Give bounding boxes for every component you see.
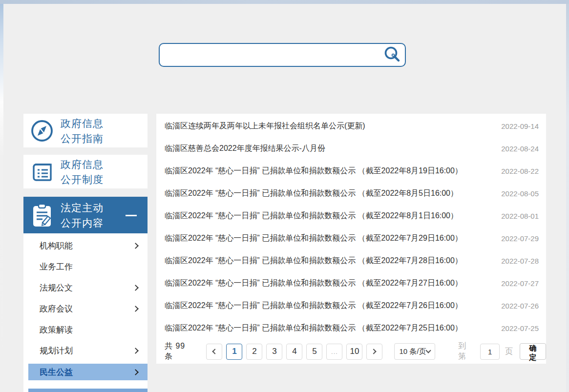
pagination-bar: 共 99 条 1 2 3 4 5 ... 10 10 条/页 到第 页 确定: [156, 339, 546, 364]
table-row: 临淄区连续两年及两年以上未年报社会组织名单公示(更新) 2022-09-14: [156, 115, 546, 137]
page-button-1[interactable]: 1: [226, 344, 242, 360]
sidebar-submenu: 机构职能 业务工作 法规公文 政府会议 政策解读 规划计划 民生公益 社会救助: [23, 233, 148, 392]
announcement-title[interactable]: 临淄区2022年 “慈心一日捐” 已捐款单位和捐款数额公示 （截至2022年7月…: [165, 323, 463, 333]
announcement-title[interactable]: 临淄区2022年 “慈心一日捐” 已捐款单位和捐款数额公示 （截至2022年7月…: [165, 256, 463, 266]
table-row: 临淄区2022年 “慈心一日捐” 已捐款单位和捐款数额公示 （截至2022年7月…: [156, 317, 546, 339]
announcement-title[interactable]: 临淄区2022年 “慈心一日捐” 已捐款单位和捐款数额公示 （截至2022年8月…: [165, 166, 463, 176]
announcement-title[interactable]: 临淄区2022年 “慈心一日捐” 已捐款单位和捐款数额公示 （截至2022年8月…: [165, 188, 458, 199]
page-button-3[interactable]: 3: [266, 344, 282, 360]
sidebar-group-statutory-disclosure[interactable]: 法定主动 公开内容: [23, 197, 148, 233]
sidebar-item-label: 政府会议: [40, 303, 73, 314]
sidebar-item-meetings[interactable]: 政府会议: [23, 298, 148, 319]
page-button-5[interactable]: 5: [306, 344, 322, 360]
table-row: 临淄区2022年 “慈心一日捐” 已捐款单位和捐款数额公示 （截至2022年8月…: [156, 160, 546, 182]
announcement-date: 2022-08-01: [501, 212, 539, 220]
sidebar-group-open-system[interactable]: 政府信息 公开制度: [23, 155, 148, 188]
announcement-date: 2022-09-14: [501, 122, 539, 130]
sidebar-item-public-welfare[interactable]: 民生公益: [28, 364, 148, 380]
page-button-10[interactable]: 10: [346, 344, 362, 360]
total-count-label: 共 99 条: [165, 341, 196, 362]
next-item-highlight-strip: [28, 389, 148, 392]
page-size-label: 10 条/页: [399, 347, 426, 356]
announcement-date: 2022-07-25: [501, 324, 539, 332]
announcement-date: 2022-07-28: [501, 257, 539, 265]
announcement-title[interactable]: 临淄区连续两年及两年以上未年报社会组织名单公示(更新): [165, 121, 365, 131]
table-row: 临淄区2022年 “慈心一日捐” 已捐款单位和捐款数额公示 （截至2022年7月…: [156, 249, 546, 272]
next-page-button[interactable]: [366, 344, 382, 360]
sidebar-item-label: 规划计划: [40, 345, 73, 356]
chevron-right-icon: [132, 285, 139, 291]
announcement-title[interactable]: 临淄区2022年 “慈心一日捐” 已捐款单位和捐款数额公示 （截至2022年7月…: [165, 301, 463, 311]
page-button-2[interactable]: 2: [246, 344, 262, 360]
sidebar-item-institution[interactable]: 机构职能: [23, 235, 148, 256]
announcement-title[interactable]: 临淄区慈善总会2022年度年报结果公示-八月份: [165, 144, 325, 154]
announcement-date: 2022-08-22: [501, 167, 539, 175]
table-row: 临淄区2022年 “慈心一日捐” 已捐款单位和捐款数额公示 （截至2022年8月…: [156, 205, 546, 227]
announcement-title[interactable]: 临淄区2022年 “慈心一日捐” 已捐款单位和捐款数额公示 （截至2022年7月…: [165, 233, 463, 244]
clipboard-pencil-icon: [23, 203, 61, 228]
prev-page-button[interactable]: [206, 344, 222, 360]
table-row: 临淄区2022年 “慈心一日捐” 已捐款单位和捐款数额公示 （截至2022年7月…: [156, 294, 546, 317]
table-row: 临淄区2022年 “慈心一日捐” 已捐款单位和捐款数额公示 （截至2022年7月…: [156, 227, 546, 249]
chevron-right-icon: [132, 243, 139, 249]
goto-page-input[interactable]: [480, 344, 500, 360]
chevron-left-icon: [212, 349, 218, 354]
page-size-select[interactable]: 10 条/页: [394, 343, 435, 360]
sidebar-item-label: 政策解读: [40, 324, 73, 335]
table-row: 临淄区2022年 “慈心一日捐” 已捐款单位和捐款数额公示 （截至2022年8月…: [156, 182, 546, 205]
sidebar-item-label: 业务工作: [40, 261, 73, 272]
chevron-right-icon: [132, 306, 139, 312]
compass-icon: [23, 118, 61, 144]
chevron-right-icon: [371, 349, 377, 354]
sidebar-group-open-guide[interactable]: 政府信息 公开指南: [23, 114, 148, 147]
table-row: 临淄区慈善总会2022年度年报结果公示-八月份 2022-08-24: [156, 137, 546, 160]
search-bar: [159, 43, 406, 67]
announcement-panel: 临淄区连续两年及两年以上未年报社会组织名单公示(更新) 2022-09-14 临…: [156, 114, 546, 364]
announcement-date: 2022-08-24: [501, 144, 539, 153]
sidebar-item-business[interactable]: 业务工作: [23, 256, 148, 277]
notebook-icon: [23, 159, 61, 185]
sidebar-group-label: 政府信息 公开指南: [61, 116, 104, 146]
page-button-4[interactable]: 4: [286, 344, 302, 360]
announcement-date: 2022-07-26: [501, 302, 539, 310]
confirm-button[interactable]: 确定: [520, 343, 546, 360]
announcement-title[interactable]: 临淄区2022年 “慈心一日捐” 已捐款单位和捐款数额公示 （截至2022年7月…: [165, 278, 463, 289]
sidebar: 政府信息 公开指南 政府信息 公开制度: [23, 114, 148, 392]
sidebar-group-label: 政府信息 公开制度: [61, 157, 104, 187]
sidebar-item-regulations[interactable]: 法规公文: [23, 277, 148, 298]
page-frame-left: [0, 0, 3, 392]
sidebar-group-label: 法定主动 公开内容: [61, 200, 104, 230]
page-frame-right: [566, 0, 569, 392]
sidebar-item-planning[interactable]: 规划计划: [23, 340, 148, 361]
announcement-date: 2022-08-05: [501, 189, 539, 198]
sidebar-item-policy[interactable]: 政策解读: [23, 319, 148, 340]
chevron-right-icon: [132, 348, 139, 354]
table-row: 临淄区2022年 “慈心一日捐” 已捐款单位和捐款数额公示 （截至2022年7月…: [156, 272, 546, 294]
announcement-date: 2022-07-29: [501, 234, 539, 243]
search-button[interactable]: [379, 44, 405, 66]
chevron-down-icon: [426, 348, 431, 353]
goto-page-suffix: 页: [505, 347, 513, 357]
announcement-list: 临淄区连续两年及两年以上未年报社会组织名单公示(更新) 2022-09-14 临…: [156, 114, 546, 339]
page-frame-top: [0, 0, 569, 4]
sidebar-item-label: 民生公益: [40, 367, 73, 378]
announcement-title[interactable]: 临淄区2022年 “慈心一日捐” 已捐款单位和捐款数额公示 （截至2022年8月…: [165, 211, 458, 221]
search-input[interactable]: [160, 44, 379, 66]
search-icon: [383, 45, 401, 65]
announcement-date: 2022-07-27: [501, 279, 539, 288]
collapse-minus-icon[interactable]: [126, 215, 137, 216]
sidebar-item-label: 法规公文: [40, 282, 73, 293]
goto-page-prefix: 到第: [458, 341, 475, 362]
sidebar-item-label: 机构职能: [40, 240, 73, 251]
page-ellipsis-button[interactable]: ...: [326, 344, 342, 360]
chevron-right-icon: [132, 369, 139, 375]
